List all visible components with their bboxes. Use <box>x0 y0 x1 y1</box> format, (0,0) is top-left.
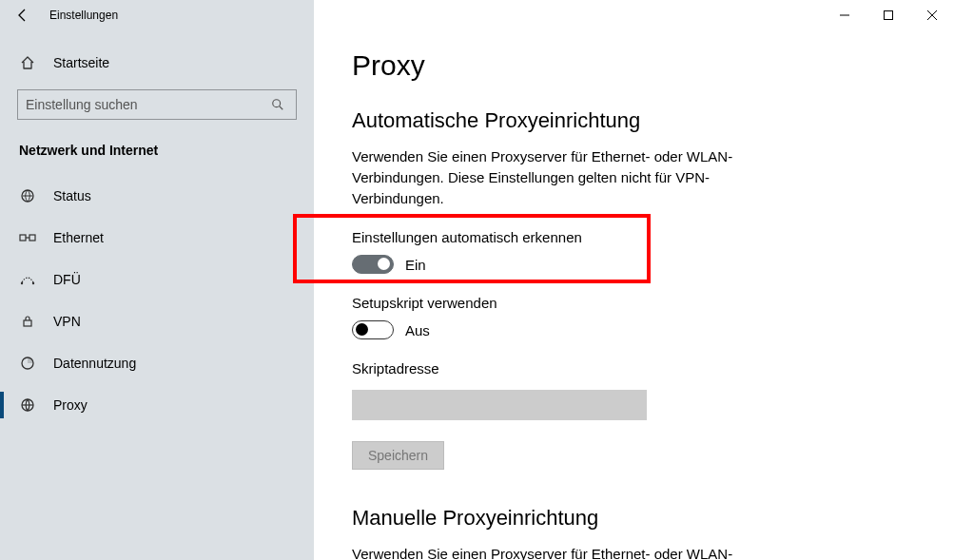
svg-rect-7 <box>20 235 26 241</box>
dialup-icon <box>19 273 36 286</box>
sidebar-item-vpn[interactable]: VPN <box>0 300 314 342</box>
data-usage-icon <box>19 356 36 371</box>
sidebar-item-dialup[interactable]: DFÜ <box>0 259 314 300</box>
script-address-label: Skriptadresse <box>352 360 916 377</box>
nav-label: Proxy <box>53 397 88 413</box>
nav-label: Status <box>53 188 91 203</box>
svg-point-10 <box>21 282 23 284</box>
nav-label: DFÜ <box>53 272 81 287</box>
setup-script-state: Aus <box>405 322 430 338</box>
status-icon <box>19 188 36 203</box>
content: Startseite Netzwerk und Internet Status … <box>0 30 954 560</box>
main-panel: Proxy Automatische Proxyeinrichtung Verw… <box>314 30 954 560</box>
sidebar-item-ethernet[interactable]: Ethernet <box>0 217 314 259</box>
svg-rect-1 <box>885 11 893 20</box>
search-input[interactable] <box>26 97 271 112</box>
home-icon <box>19 55 36 70</box>
svg-rect-12 <box>24 320 31 326</box>
window-title: Einstellungen <box>49 9 118 22</box>
proxy-icon <box>19 397 36 413</box>
svg-point-4 <box>273 100 281 107</box>
minimize-button[interactable] <box>823 0 866 30</box>
sidebar-item-proxy[interactable]: Proxy <box>0 384 314 426</box>
nav-label: VPN <box>53 314 81 329</box>
nav-label: Ethernet <box>53 230 104 245</box>
auto-section-description: Verwenden Sie einen Proxyserver für Ethe… <box>352 146 789 208</box>
save-button[interactable]: Speichern <box>352 441 444 470</box>
script-address-input[interactable] <box>352 390 647 420</box>
home-label: Startseite <box>53 55 109 70</box>
arrow-left-icon <box>15 8 30 23</box>
maximize-button[interactable] <box>866 0 910 30</box>
nav-label: Datennutzung <box>53 356 136 371</box>
manual-section-description: Verwenden Sie einen Proxyserver für Ethe… <box>352 544 789 560</box>
search-icon <box>271 98 288 111</box>
back-button[interactable] <box>0 0 46 30</box>
auto-detect-label: Einstellungen automatisch erkennen <box>352 229 916 245</box>
home-button[interactable]: Startseite <box>0 44 314 82</box>
search-box[interactable] <box>17 89 297 120</box>
sidebar-section-title: Netzwerk und Internet <box>0 133 314 175</box>
window-controls <box>823 0 954 30</box>
vpn-icon <box>19 315 36 328</box>
close-icon <box>927 10 937 20</box>
setup-script-toggle[interactable] <box>352 320 394 339</box>
svg-line-5 <box>280 106 283 110</box>
sidebar: Startseite Netzwerk und Internet Status … <box>0 30 314 560</box>
auto-section-heading: Automatische Proxyeinrichtung <box>352 108 916 133</box>
auto-detect-toggle[interactable] <box>352 255 394 274</box>
svg-point-11 <box>32 282 34 284</box>
maximize-icon <box>884 10 893 20</box>
close-button[interactable] <box>910 0 954 30</box>
minimize-icon <box>840 10 849 20</box>
sidebar-item-data-usage[interactable]: Datennutzung <box>0 342 314 384</box>
sidebar-item-status[interactable]: Status <box>0 175 314 217</box>
page-title: Proxy <box>352 49 916 82</box>
auto-detect-state: Ein <box>405 257 426 273</box>
svg-rect-8 <box>29 235 35 241</box>
titlebar: Einstellungen <box>0 0 954 30</box>
setup-script-label: Setupskript verwenden <box>352 295 916 311</box>
manual-section-heading: Manuelle Proxyeinrichtung <box>352 506 916 531</box>
ethernet-icon <box>19 231 36 244</box>
